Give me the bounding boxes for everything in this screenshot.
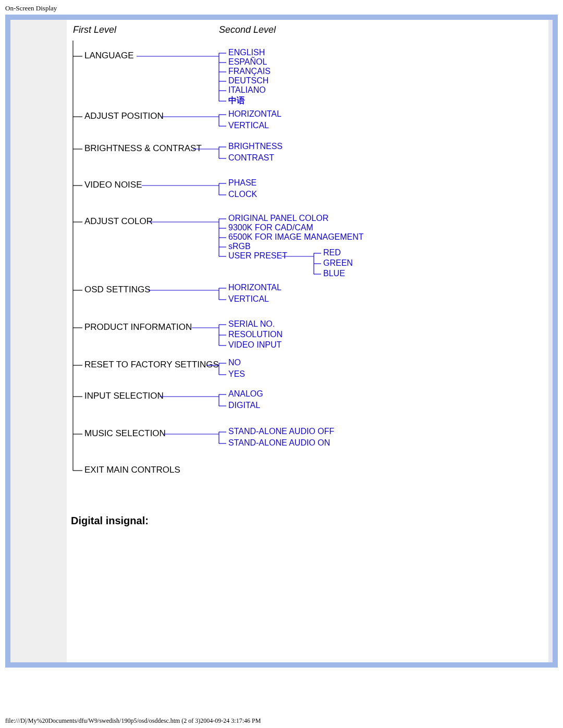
- adjpos-vertical: VERTICAL: [228, 121, 269, 130]
- document-title: On-Screen Display: [0, 0, 563, 15]
- ac-userpreset: USER PRESET: [228, 251, 287, 260]
- osd-vertical: VERTICAL: [228, 294, 269, 303]
- subheading-digital-insignal: Digital insignal:: [71, 515, 548, 527]
- document-body: First Level Second Level LANGUAGE ENGLIS…: [67, 20, 548, 662]
- input-analog: ANALOG: [228, 389, 263, 398]
- lang-francais: FRANÇAIS: [228, 67, 271, 76]
- header-second-level: Second Level: [219, 24, 276, 35]
- ac-original: ORIGINAL PANEL COLOR: [228, 214, 328, 223]
- ac-green: GREEN: [323, 258, 353, 267]
- menu-adjust-position: ADJUST POSITION: [84, 111, 164, 121]
- footer-path: file:///D|/My%20Documents/dfu/W9/swedish…: [5, 717, 558, 725]
- menu-music-selection: MUSIC SELECTION: [84, 428, 166, 438]
- ac-srgb: sRGB: [228, 242, 251, 251]
- osd-menu-tree: First Level Second Level LANGUAGE ENGLIS…: [67, 20, 494, 484]
- bc-contrast: CONTRAST: [228, 153, 274, 162]
- ac-6500k: 6500K FOR IMAGE MANAGEMENT: [228, 232, 364, 241]
- vn-phase: PHASE: [228, 178, 256, 187]
- adjpos-horizontal: HORIZONTAL: [228, 109, 282, 118]
- menu-osd-settings: OSD SETTINGS: [84, 285, 151, 294]
- menu-video-noise: VIDEO NOISE: [84, 180, 142, 190]
- menu-reset: RESET TO FACTORY SETTINGS: [84, 360, 219, 369]
- music-audio-off: STAND-ALONE AUDIO OFF: [228, 427, 335, 436]
- menu-adjust-color: ADJUST COLOR: [84, 216, 153, 226]
- right-scroll-stripe: [548, 20, 553, 662]
- input-digital: DIGITAL: [228, 401, 260, 410]
- menu-exit: EXIT MAIN CONTROLS: [84, 465, 180, 475]
- lang-deutsch: DEUTSCH: [228, 76, 268, 85]
- page: First Level Second Level LANGUAGE ENGLIS…: [10, 20, 553, 662]
- lang-english: ENGLISH: [228, 48, 265, 57]
- music-audio-on: STAND-ALONE AUDIO ON: [228, 438, 330, 447]
- reset-yes: YES: [228, 369, 245, 378]
- menu-product-info: PRODUCT INFORMATION: [84, 322, 192, 332]
- pi-serial: SERIAL NO.: [228, 319, 275, 328]
- ac-blue: BLUE: [323, 269, 345, 278]
- left-gutter: [10, 20, 67, 662]
- menu-input-selection: INPUT SELECTION: [84, 391, 164, 401]
- lang-italiano: ITALIANO: [228, 85, 266, 94]
- reset-no: NO: [228, 358, 241, 367]
- ac-9300k: 9300K FOR CAD/CAM: [228, 223, 313, 232]
- bc-brightness: BRIGHTNESS: [228, 142, 283, 151]
- vn-clock: CLOCK: [228, 190, 257, 199]
- page-border: First Level Second Level LANGUAGE ENGLIS…: [5, 15, 558, 668]
- osd-horizontal: HORIZONTAL: [228, 283, 282, 292]
- menu-brightness-contrast: BRIGHTNESS & CONTRAST: [84, 143, 202, 153]
- lang-espanol: ESPAÑOL: [228, 56, 267, 66]
- pi-resolution: RESOLUTION: [228, 330, 283, 339]
- pi-video-input: VIDEO INPUT: [228, 340, 282, 349]
- lang-chinese: 中语: [228, 96, 245, 105]
- header-first-level: First Level: [73, 24, 117, 35]
- ac-red: RED: [323, 248, 341, 257]
- menu-language: LANGUAGE: [84, 51, 133, 60]
